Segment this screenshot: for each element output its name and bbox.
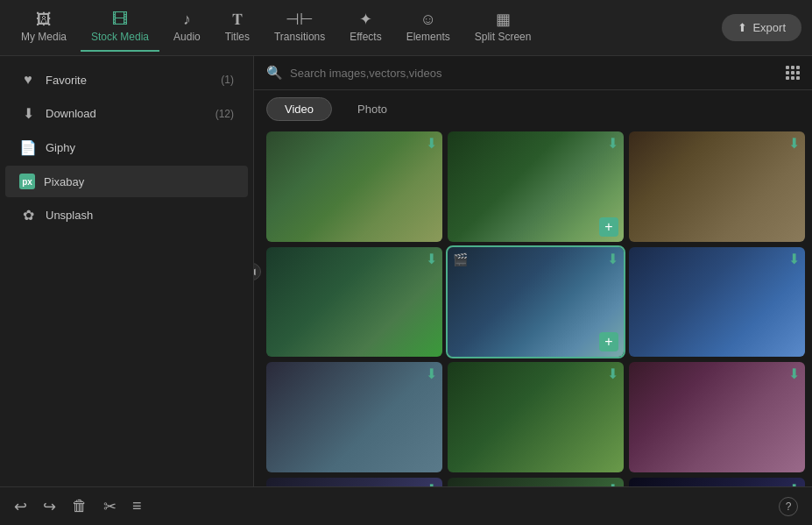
grid-view-icon[interactable] [786, 66, 800, 80]
export-label: Export [752, 21, 786, 34]
nav-item-transitions[interactable]: ⊣⊢ Transitions [264, 4, 335, 52]
favorite-count: (1) [221, 74, 234, 86]
elements-icon: ☺ [420, 11, 436, 27]
media-thumb-5[interactable]: 🎬⬇+ [448, 247, 624, 358]
favorite-icon: ♥ [19, 72, 37, 88]
sidebar-item-unsplash[interactable]: ✿ Unsplash [5, 199, 248, 231]
my-media-icon: 🖼 [36, 11, 52, 27]
video-indicator-icon: 🎬 [453, 252, 468, 266]
media-tabs: Video Photo [254, 90, 812, 128]
download-thumb-button-2[interactable]: ⬇ [607, 137, 618, 151]
sidebar-label-unsplash: Unsplash [46, 209, 93, 222]
download-thumb-button-6[interactable]: ⬇ [788, 252, 800, 266]
download-thumb-button-9[interactable]: ⬇ [788, 367, 800, 381]
tab-photo[interactable]: Photo [339, 97, 406, 121]
media-thumb-2[interactable]: ⬇+ [448, 131, 624, 242]
download-thumb-button-1[interactable]: ⬇ [426, 137, 437, 151]
download-count: (12) [215, 108, 234, 120]
stock-media-icon: 🎞 [112, 11, 128, 27]
download-thumb-button-12[interactable]: ⬇ [788, 483, 800, 486]
media-grid-wrapper[interactable]: ⬇⬇+⬇⬇🎬⬇+⬇⬇⬇⬇⬇⬇⬇ [254, 128, 812, 486]
nav-item-effects[interactable]: ✦ Effects [339, 4, 392, 52]
sidebar-label-download: Download [46, 107, 96, 120]
media-thumb-1[interactable]: ⬇ [266, 131, 442, 242]
nav-item-stock-media[interactable]: 🎞 Stock Media [81, 4, 159, 52]
nav-label-effects: Effects [350, 31, 381, 43]
media-panel: ◀ 🔍 Video Photo ⬇⬇+⬇⬇🎬⬇+⬇⬇⬇⬇⬇⬇⬇ [254, 56, 812, 486]
pixabay-icon: px [19, 174, 35, 189]
nav-item-my-media[interactable]: 🖼 My Media [11, 4, 77, 52]
sidebar-item-pixabay[interactable]: px Pixabay [5, 166, 248, 197]
media-thumb-3[interactable]: ⬇ [629, 131, 805, 242]
export-button[interactable]: ⬆ Export [722, 14, 801, 41]
media-thumb-7[interactable]: ⬇ [266, 362, 442, 472]
delete-button[interactable]: 🗑 [72, 497, 88, 515]
menu-button[interactable]: ≡ [132, 497, 142, 515]
download-thumb-button-10[interactable]: ⬇ [426, 483, 437, 486]
export-icon: ⬆ [738, 21, 747, 34]
nav-label-transitions: Transitions [274, 31, 325, 43]
sidebar-item-download[interactable]: ⬇ Download (12) [5, 97, 248, 130]
download-thumb-button-11[interactable]: ⬇ [607, 483, 618, 486]
media-thumb-9[interactable]: ⬇ [629, 362, 805, 472]
search-input[interactable] [290, 67, 779, 80]
sidebar: ♥ Favorite (1) ⬇ Download (12) 📄 Giphy p… [0, 56, 254, 486]
nav-label-stock-media: Stock Media [91, 31, 149, 43]
giphy-icon: 📄 [19, 139, 37, 156]
nav-item-elements[interactable]: ☺ Elements [396, 4, 461, 52]
media-thumb-11[interactable]: ⬇ [448, 478, 624, 486]
media-thumb-8[interactable]: ⬇ [448, 362, 624, 472]
nav-label-my-media: My Media [21, 31, 67, 43]
effects-icon: ✦ [359, 11, 372, 27]
sidebar-label-giphy: Giphy [46, 141, 75, 154]
download-thumb-button-5[interactable]: ⬇ [607, 252, 618, 266]
titles-icon: 𝐓 [232, 11, 243, 27]
search-icon: 🔍 [266, 65, 283, 81]
bottom-bar: ↩ ↪ 🗑 ✂ ≡ ? [0, 486, 812, 525]
add-thumb-button-5[interactable]: + [599, 332, 618, 351]
download-icon: ⬇ [19, 105, 37, 122]
media-thumb-6[interactable]: ⬇ [629, 247, 805, 358]
search-bar: 🔍 [254, 56, 812, 90]
nav-label-titles: Titles [225, 31, 250, 43]
split-screen-icon: ▦ [496, 11, 511, 27]
media-thumb-10[interactable]: ⬇ [266, 478, 442, 486]
undo-button[interactable]: ↩ [14, 497, 27, 516]
sidebar-item-favorite[interactable]: ♥ Favorite (1) [5, 64, 248, 96]
redo-button[interactable]: ↪ [43, 497, 56, 516]
nav-label-split-screen: Split Screen [475, 31, 532, 43]
nav-item-titles[interactable]: 𝐓 Titles [215, 4, 260, 52]
media-grid: ⬇⬇+⬇⬇🎬⬇+⬇⬇⬇⬇⬇⬇⬇ [266, 131, 805, 486]
nav-label-audio: Audio [173, 31, 201, 43]
download-thumb-button-3[interactable]: ⬇ [788, 137, 800, 151]
sidebar-label-pixabay: Pixabay [44, 175, 84, 188]
nav-item-split-screen[interactable]: ▦ Split Screen [464, 4, 542, 52]
sidebar-item-giphy[interactable]: 📄 Giphy [5, 131, 248, 164]
media-thumb-4[interactable]: ⬇ [266, 247, 442, 358]
help-button[interactable]: ? [779, 497, 798, 516]
cut-button[interactable]: ✂ [103, 497, 117, 516]
nav-items: 🖼 My Media 🎞 Stock Media ♪ Audio 𝐓 Title… [11, 4, 722, 52]
media-thumb-12[interactable]: ⬇ [629, 478, 805, 486]
nav-item-audio[interactable]: ♪ Audio [163, 4, 211, 52]
transitions-icon: ⊣⊢ [286, 11, 314, 27]
top-navigation: 🖼 My Media 🎞 Stock Media ♪ Audio 𝐓 Title… [0, 0, 812, 56]
download-thumb-button-7[interactable]: ⬇ [426, 367, 437, 381]
sidebar-label-favorite: Favorite [46, 74, 87, 87]
tab-video[interactable]: Video [266, 97, 332, 121]
nav-label-elements: Elements [406, 31, 450, 43]
download-thumb-button-4[interactable]: ⬇ [426, 252, 437, 266]
add-thumb-button-2[interactable]: + [599, 217, 618, 237]
audio-icon: ♪ [183, 11, 191, 27]
main-content: ♥ Favorite (1) ⬇ Download (12) 📄 Giphy p… [0, 56, 812, 486]
unsplash-icon: ✿ [19, 207, 37, 223]
download-thumb-button-8[interactable]: ⬇ [607, 367, 618, 381]
